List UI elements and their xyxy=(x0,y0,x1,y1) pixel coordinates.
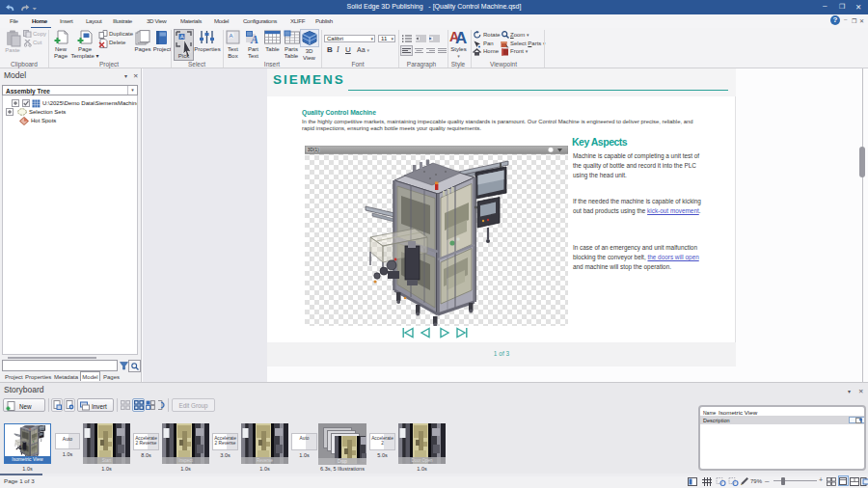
svg-text:3D(1): 3D(1) xyxy=(308,148,319,152)
